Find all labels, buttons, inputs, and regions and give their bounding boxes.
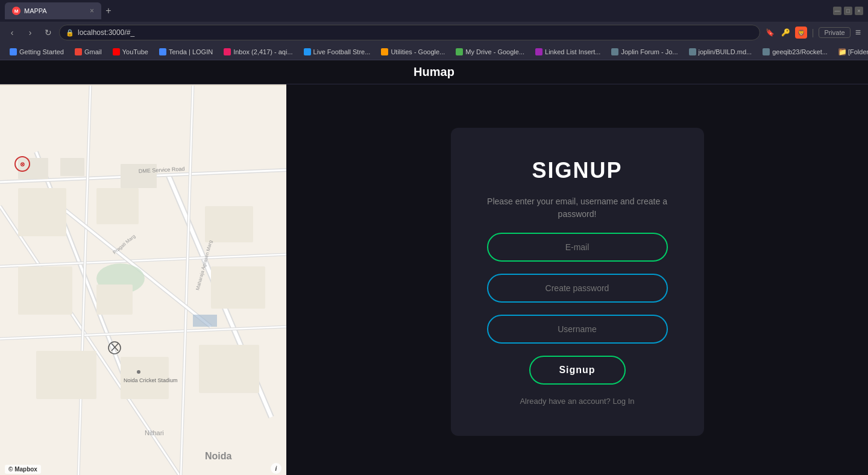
- tab-title: MAPPA: [24, 7, 47, 14]
- bookmark-label: Inbox (2,417) - aqi...: [233, 48, 292, 55]
- back-button[interactable]: ‹: [5, 25, 19, 40]
- bookmark-label: Live Football Stre...: [313, 48, 371, 55]
- svg-text:Nithari: Nithari: [145, 429, 164, 436]
- bookmark-icon: [611, 48, 618, 55]
- menu-button[interactable]: ≡: [853, 27, 863, 38]
- email-form-group: [487, 233, 668, 262]
- bookmark-icon: 📁: [838, 48, 846, 55]
- username-form-group: [487, 315, 668, 344]
- username-input[interactable]: [487, 315, 668, 344]
- bookmark-label: geeqib23/Rocket...: [772, 48, 828, 55]
- bookmark-label: Utilities - Google...: [391, 48, 445, 55]
- refresh-button[interactable]: ↻: [41, 25, 55, 40]
- close-button[interactable]: ×: [855, 7, 863, 15]
- bookmark-icon: [763, 48, 770, 55]
- tab-close-btn[interactable]: ×: [90, 7, 94, 15]
- svg-rect-24: [18, 266, 72, 315]
- bookmark-drive[interactable]: My Drive - Google...: [451, 47, 529, 57]
- private-badge: Private: [819, 27, 850, 38]
- brave-shield-icon[interactable]: 🦁: [795, 27, 807, 39]
- bookmark-label: [Folder Name]: [848, 48, 868, 55]
- app-title: Humap: [414, 65, 454, 78]
- svg-rect-21: [18, 188, 66, 236]
- signup-subtitle: Please enter your email, username and cr…: [487, 195, 668, 221]
- bookmark-label: Getting Started: [19, 48, 64, 55]
- svg-text:Noida: Noida: [205, 451, 232, 461]
- login-link[interactable]: Already have an account? Log In: [520, 397, 634, 406]
- key-icon[interactable]: 🔑: [779, 26, 793, 39]
- mapbox-logo: © Mapbox: [5, 465, 41, 474]
- svg-rect-27: [36, 351, 96, 399]
- signup-panel: SIGNUP Please enter your email, username…: [286, 84, 868, 475]
- bookmarks-bar: Getting Started Gmail YouTube Tenda | LO…: [0, 43, 868, 60]
- svg-rect-23: [96, 285, 133, 315]
- bookmark-icon: [10, 48, 17, 55]
- bookmark-icon: [224, 48, 231, 55]
- bookmark-geeqib[interactable]: geeqib23/Rocket...: [758, 47, 832, 57]
- bookmark-label: Gmail: [84, 48, 102, 55]
- nav-bar: ‹ › ↻ 🔒 localhost:3000/#_ 🔖 🔑 🦁 | Privat…: [0, 22, 868, 43]
- bookmark-football[interactable]: Live Football Stre...: [299, 47, 376, 57]
- bookmark-icon: [113, 48, 120, 55]
- bookmark-joplin-build[interactable]: joplin/BUILD.md...: [684, 47, 757, 57]
- password-form-group: [487, 274, 668, 303]
- bookmark-icon: [159, 48, 166, 55]
- svg-rect-22: [96, 188, 139, 224]
- bookmark-icon: [456, 48, 463, 55]
- signup-button[interactable]: Signup: [529, 356, 626, 385]
- bookmark-label: Joplin Forum - Jo...: [621, 48, 678, 55]
- bookmark-label: My Drive - Google...: [465, 48, 524, 55]
- maximize-button[interactable]: □: [844, 7, 852, 15]
- bookmark-tenda[interactable]: Tenda | LOGIN: [154, 47, 218, 57]
- app-header: Humap: [0, 60, 868, 84]
- bookmark-icon: [689, 48, 696, 55]
- svg-rect-31: [60, 158, 84, 176]
- bookmark-folder[interactable]: 📁 [Folder Name]: [834, 47, 868, 57]
- bookmark-icon[interactable]: 🔖: [764, 26, 777, 39]
- signup-title: SIGNUP: [532, 158, 622, 183]
- address-bar[interactable]: 🔒 localhost:3000/#_: [59, 25, 760, 40]
- map-info-button[interactable]: i: [271, 463, 281, 474]
- browser-chrome: M MAPPA × + — □ × ‹ › ↻ 🔒 localhost:3000…: [0, 0, 868, 60]
- bookmark-linked-list[interactable]: Linked List Insert...: [530, 47, 605, 57]
- bookmark-joplin-forum[interactable]: Joplin Forum - Jo...: [606, 47, 682, 57]
- map-panel: DME Service Road Pragati Marg Maharaja A…: [0, 84, 286, 475]
- minimize-button[interactable]: —: [833, 7, 841, 15]
- bookmark-inbox[interactable]: Inbox (2,417) - aqi...: [219, 47, 297, 57]
- bookmark-label: joplin/BUILD.md...: [699, 48, 752, 55]
- title-bar: M MAPPA × + — □ ×: [0, 0, 868, 22]
- app-container: Humap: [0, 60, 868, 475]
- forward-button[interactable]: ›: [23, 25, 37, 40]
- email-input[interactable]: [487, 233, 668, 262]
- bookmark-gmail[interactable]: Gmail: [70, 47, 107, 57]
- bookmark-label: YouTube: [122, 48, 148, 55]
- separator: |: [812, 28, 814, 37]
- svg-rect-25: [205, 206, 253, 242]
- bookmark-icon: [75, 48, 82, 55]
- svg-rect-20: [193, 315, 217, 327]
- tab-bar: M MAPPA × +: [5, 0, 828, 22]
- nav-icons: 🔖 🔑 🦁 | Private ≡: [764, 26, 863, 39]
- tab-favicon: M: [12, 7, 20, 15]
- password-input[interactable]: [487, 274, 668, 303]
- bookmark-getting-started[interactable]: Getting Started: [5, 47, 69, 57]
- bookmark-label: Tenda | LOGIN: [169, 48, 213, 55]
- svg-rect-29: [199, 345, 259, 393]
- app-body: DME Service Road Pragati Marg Maharaja A…: [0, 84, 868, 475]
- bookmark-icon: [381, 48, 388, 55]
- bookmark-utilities[interactable]: Utilities - Google...: [376, 47, 450, 57]
- svg-rect-26: [211, 266, 265, 309]
- bookmark-icon: [304, 48, 311, 55]
- map-svg: DME Service Road Pragati Marg Maharaja A…: [0, 84, 286, 475]
- address-text: localhost:3000/#_: [78, 28, 134, 37]
- window-controls: — □ ×: [833, 7, 863, 15]
- svg-text:Noida Cricket Stadium: Noida Cricket Stadium: [124, 377, 178, 383]
- active-tab[interactable]: M MAPPA ×: [5, 2, 101, 19]
- bookmark-icon: [535, 48, 542, 55]
- bookmark-label: Linked List Insert...: [545, 48, 600, 55]
- new-tab-button[interactable]: +: [101, 4, 116, 18]
- bookmark-youtube[interactable]: YouTube: [108, 47, 153, 57]
- svg-point-39: [137, 370, 140, 374]
- signup-card: SIGNUP Please enter your email, username…: [451, 128, 704, 436]
- svg-text:⊗: ⊗: [20, 161, 25, 168]
